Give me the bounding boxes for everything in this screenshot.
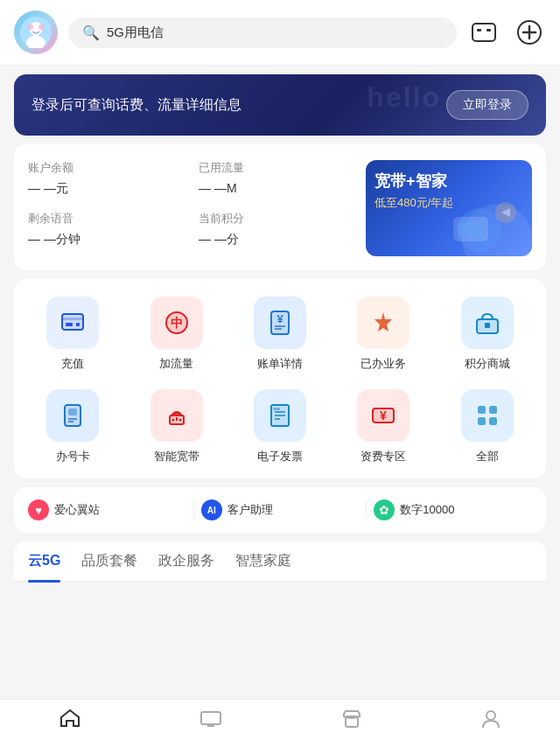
- flow-label: 已用流量: [199, 160, 355, 176]
- svg-rect-21: [62, 318, 83, 320]
- recharge-label: 充值: [61, 356, 84, 372]
- svg-rect-56: [201, 712, 220, 724]
- svg-rect-55: [489, 417, 497, 425]
- svg-rect-35: [68, 408, 77, 415]
- nav-home[interactable]: [60, 709, 80, 735]
- svg-rect-7: [486, 29, 491, 31]
- points-value: — —分: [199, 232, 355, 248]
- ai-icon: AI: [201, 499, 222, 520]
- account-info: 账户余额 — —元 已用流量 — —M 剩余语音 — —分钟 当前积分 — —分: [28, 160, 355, 256]
- heart-icon: ♥: [28, 499, 49, 520]
- svg-rect-5: [472, 24, 495, 41]
- balance-value: — —元: [28, 181, 185, 197]
- svg-text:¥: ¥: [276, 312, 284, 325]
- action-tariff[interactable]: ¥ 资费专区: [340, 389, 427, 464]
- add-flow-label: 加流量: [159, 356, 193, 372]
- avatar[interactable]: [14, 10, 58, 54]
- svg-rect-17: [62, 314, 83, 330]
- broadband-icon: [150, 389, 203, 442]
- promo-card[interactable]: 宽带+智家 低至480元/年起: [366, 160, 532, 256]
- action-services[interactable]: 已办业务: [340, 297, 427, 372]
- voice-item: 剩余语音 — —分钟: [28, 211, 185, 248]
- service-link-label-3: 数字10000: [400, 502, 454, 518]
- header: 🔍 5G用电信: [0, 0, 560, 66]
- svg-rect-53: [489, 406, 497, 414]
- action-recharge[interactable]: 充值: [29, 297, 116, 372]
- tariff-icon: ¥: [357, 389, 410, 442]
- broadband-label: 智能宽带: [154, 449, 200, 464]
- svg-text:中: 中: [171, 316, 183, 330]
- tab-bar: 云5G 品质套餐 政企服务 智慧家庭: [14, 541, 546, 583]
- divider-2: [366, 501, 367, 519]
- profile-icon: [481, 709, 500, 735]
- invoice-label: 电子发票: [257, 449, 303, 464]
- actions-row-2: 办号卡 智能宽带: [21, 389, 539, 464]
- svg-rect-6: [477, 29, 481, 31]
- tab-cloud5g[interactable]: 云5G: [28, 552, 60, 581]
- nav-profile[interactable]: [481, 709, 500, 735]
- search-icon: 🔍: [82, 24, 100, 41]
- bottom-nav: [0, 699, 560, 747]
- svg-rect-48: [273, 408, 280, 410]
- invoice-icon: [254, 389, 306, 442]
- svg-point-3: [28, 24, 33, 30]
- tariff-label: 资费专区: [360, 449, 406, 464]
- service-links: ♥ 爱心翼站 AI 客户助理 ✿ 数字10000: [14, 487, 546, 533]
- tab-smarthome[interactable]: 智慧家庭: [235, 552, 291, 581]
- svg-rect-52: [478, 406, 486, 414]
- points-shop-label: 积分商城: [465, 356, 510, 372]
- actions-row-1: 充值 中 加流量 ¥: [21, 297, 539, 372]
- action-bill[interactable]: ¥ 账单详情: [236, 297, 324, 372]
- nav-shop[interactable]: [341, 709, 362, 735]
- service-link-3[interactable]: ✿ 数字10000: [374, 499, 532, 520]
- all-icon: [461, 389, 514, 442]
- home-icon: [60, 709, 80, 733]
- tv-icon: [200, 709, 222, 733]
- service-link-label-2: 客户助理: [228, 502, 273, 518]
- services-icon: [357, 297, 410, 349]
- banner-text: 登录后可查询话费、流量详细信息: [32, 94, 446, 115]
- action-invoice[interactable]: 电子发票: [236, 389, 324, 464]
- svg-rect-54: [478, 417, 486, 425]
- svg-point-42: [178, 419, 181, 422]
- bill-icon: ¥: [254, 297, 306, 349]
- svg-rect-20: [76, 323, 80, 326]
- search-bar[interactable]: 🔍 5G用电信: [68, 17, 457, 48]
- points-shop-icon: [461, 297, 514, 349]
- service-link-1[interactable]: ♥ 爱心翼站: [28, 499, 186, 520]
- action-points-shop[interactable]: 积分商城: [444, 297, 531, 372]
- action-broadband[interactable]: 智能宽带: [133, 389, 220, 464]
- recharge-icon: [46, 297, 99, 349]
- action-add-flow[interactable]: 中 加流量: [133, 297, 220, 372]
- login-banner: 登录后可查询话费、流量详细信息 立即登录: [14, 74, 546, 136]
- svg-point-41: [172, 419, 174, 422]
- bill-label: 账单详情: [257, 356, 303, 372]
- add-flow-icon: 中: [150, 297, 203, 349]
- action-all[interactable]: 全部: [444, 389, 531, 464]
- flow-item: 已用流量 — —M: [199, 160, 355, 197]
- points-item: 当前积分 — —分: [199, 211, 355, 248]
- points-label: 当前积分: [199, 211, 355, 227]
- login-button[interactable]: 立即登录: [446, 90, 528, 120]
- svg-rect-19: [66, 323, 73, 326]
- service-link-2[interactable]: AI 客户助理: [201, 499, 360, 520]
- quick-actions: 充值 中 加流量 ¥: [14, 279, 546, 478]
- account-section: 账户余额 — —元 已用流量 — —M 剩余语音 — —分钟 当前积分 — —分…: [14, 144, 546, 270]
- tab-quality[interactable]: 品质套餐: [81, 552, 137, 581]
- svg-point-60: [486, 711, 495, 720]
- balance-label: 账户余额: [28, 160, 185, 176]
- tab-enterprise[interactable]: 政企服务: [158, 552, 214, 581]
- action-simcard[interactable]: 办号卡: [29, 389, 116, 464]
- nav-tv[interactable]: [200, 709, 222, 735]
- service-link-label-1: 爱心翼站: [54, 502, 100, 518]
- all-label: 全部: [476, 449, 499, 464]
- header-icons: [467, 16, 546, 49]
- message-button[interactable]: [467, 16, 500, 49]
- divider-1: [193, 501, 194, 519]
- chat-icon: ✿: [374, 499, 395, 520]
- voice-value: — —分钟: [28, 232, 185, 248]
- add-button[interactable]: [513, 16, 546, 49]
- simcard-icon: [46, 389, 99, 442]
- svg-point-4: [38, 24, 44, 30]
- shop-icon: [341, 709, 362, 735]
